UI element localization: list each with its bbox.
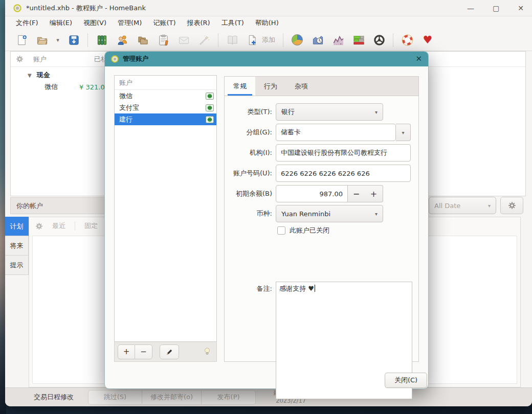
dialog-close-button-label: 关闭(C) bbox=[394, 376, 417, 385]
accounts-status-label: 你的帐户 bbox=[16, 201, 43, 211]
dialog-title: 管理账户 bbox=[123, 55, 148, 63]
tab-general[interactable]: 常规 bbox=[225, 77, 255, 96]
donate-button[interactable]: ♥ bbox=[417, 31, 438, 49]
column-header-account[interactable]: 账户 bbox=[33, 55, 47, 64]
skip-button[interactable]: 跳过(S) bbox=[88, 390, 142, 405]
scheduled-button[interactable] bbox=[153, 31, 173, 49]
payees-button[interactable] bbox=[112, 31, 132, 49]
maximize-button[interactable]: ▢ bbox=[493, 0, 499, 16]
trend-chart-icon bbox=[332, 34, 344, 46]
menu-item-file[interactable]: 文件(F) bbox=[10, 17, 44, 29]
save-button[interactable] bbox=[63, 31, 84, 49]
menu-item-help[interactable]: 帮助(H) bbox=[250, 17, 284, 29]
account-list-item-selected[interactable]: 建行 bbox=[115, 113, 216, 125]
budget-report-button[interactable] bbox=[348, 31, 369, 49]
expander-caret-icon[interactable]: ▼ bbox=[28, 73, 32, 78]
tab-future[interactable]: 将来 bbox=[5, 236, 29, 256]
dialog-form: 类型(T): 银行 ▾ 分组(G): ▾ 机构(I): 账户号码(U): 初期余… bbox=[224, 96, 419, 362]
account-status-icon bbox=[206, 93, 214, 100]
balance-decrement-button[interactable]: − bbox=[347, 185, 365, 202]
tab-scheduled[interactable]: 计划 bbox=[5, 217, 29, 236]
pie-chart-icon bbox=[292, 34, 303, 45]
open-file-button[interactable] bbox=[32, 31, 52, 49]
statistics-report-button[interactable] bbox=[287, 31, 307, 49]
tab-tips[interactable]: 提示 bbox=[5, 256, 29, 275]
menu-item-tools[interactable]: 工具(T) bbox=[216, 17, 250, 29]
add-transaction-label: 添加 bbox=[262, 35, 275, 44]
account-item-label: 建行 bbox=[119, 115, 132, 124]
chevron-down-icon: ▾ bbox=[56, 37, 59, 43]
scheduled-filter-fixed[interactable]: 固定 bbox=[80, 221, 102, 231]
accounts-button[interactable] bbox=[92, 31, 112, 49]
edit-post-button[interactable]: 修改并邮寄(o) bbox=[142, 390, 202, 405]
account-list-toolbar: + − bbox=[114, 342, 217, 362]
group-dropdown-button[interactable]: ▾ bbox=[396, 124, 411, 141]
chevron-down-icon: ▾ bbox=[488, 203, 491, 209]
hint-area bbox=[203, 347, 211, 357]
manage-accounts-dialog: 管理账户 ✕ 账户 微信 支付宝 建行 + − 常规 行为 杂项 bbox=[104, 51, 429, 389]
help-button[interactable] bbox=[397, 31, 417, 49]
post-button[interactable]: 发布(P) bbox=[202, 390, 256, 405]
notes-text: 感谢支持 ♥ bbox=[279, 285, 314, 292]
ledger-button[interactable] bbox=[222, 31, 242, 49]
remove-account-button[interactable]: − bbox=[135, 344, 152, 359]
account-list-header[interactable]: 账户 bbox=[115, 76, 216, 90]
gear-icon[interactable] bbox=[16, 55, 24, 63]
tab-behavior[interactable]: 行为 bbox=[255, 77, 286, 96]
add-transaction-button[interactable]: 添加 bbox=[242, 31, 279, 49]
gear-icon[interactable] bbox=[35, 222, 43, 230]
categories-button[interactable] bbox=[132, 31, 153, 49]
account-row[interactable]: 微信 ¥ 321.00 bbox=[11, 81, 113, 93]
balance-increment-button[interactable]: + bbox=[365, 185, 383, 202]
add-account-button[interactable]: + bbox=[118, 344, 135, 359]
payees-icon bbox=[117, 34, 128, 46]
menu-item-reports[interactable]: 报表(R) bbox=[182, 17, 216, 29]
account-closed-checkbox[interactable] bbox=[277, 226, 285, 235]
save-icon bbox=[68, 34, 80, 46]
menu-item-view[interactable]: 视图(V) bbox=[78, 17, 112, 29]
vehicle-report-button[interactable] bbox=[369, 31, 389, 49]
scheduled-tab-strip: 计划 将来 提示 bbox=[5, 217, 29, 275]
add-document-icon bbox=[247, 34, 258, 46]
template-button[interactable] bbox=[173, 31, 194, 49]
account-group-row[interactable]: ▼ 现金 bbox=[11, 69, 50, 81]
group-input[interactable] bbox=[276, 124, 396, 141]
steering-wheel-icon bbox=[373, 34, 385, 46]
life-ring-icon bbox=[402, 34, 413, 46]
scheduled-filter-recent[interactable]: 最近 bbox=[48, 221, 70, 231]
account-list-item[interactable]: 支付宝 bbox=[115, 102, 216, 113]
new-file-button[interactable] bbox=[11, 31, 32, 49]
close-button[interactable]: ✕ bbox=[518, 0, 524, 16]
open-recent-dropdown[interactable]: ▾ bbox=[52, 31, 63, 49]
time-chart-icon bbox=[312, 34, 324, 46]
institution-input[interactable] bbox=[276, 144, 411, 162]
budget-bars-icon bbox=[353, 34, 365, 46]
tab-misc[interactable]: 杂项 bbox=[286, 77, 317, 96]
dialog-close-button[interactable]: 关闭(C) bbox=[385, 373, 427, 388]
assign-button[interactable] bbox=[194, 31, 214, 49]
type-label: 类型(T): bbox=[225, 103, 272, 121]
account-status-icon bbox=[206, 104, 214, 111]
menu-item-transactions[interactable]: 记账(T) bbox=[147, 17, 181, 29]
dialog-close-icon[interactable]: ✕ bbox=[415, 52, 422, 66]
currency-dropdown[interactable]: Yuan Renminbi ▾ bbox=[276, 205, 383, 222]
account-amount: ¥ 321.00 bbox=[71, 83, 109, 91]
trend-report-button[interactable] bbox=[328, 31, 348, 49]
filter-settings-button[interactable] bbox=[500, 197, 523, 214]
menu-item-manage[interactable]: 管理(M) bbox=[112, 17, 147, 29]
rename-account-button[interactable] bbox=[160, 344, 179, 359]
account-list-item[interactable]: 微信 bbox=[115, 90, 216, 102]
new-file-icon bbox=[16, 34, 28, 46]
date-filter-dropdown[interactable]: All Date ▾ bbox=[429, 197, 496, 214]
type-dropdown[interactable]: 银行 ▾ bbox=[276, 103, 383, 121]
toolbar-separator bbox=[218, 33, 218, 47]
chevron-down-icon: ▾ bbox=[402, 130, 404, 135]
toolbar: ▾ 添加 ♥ bbox=[5, 29, 532, 51]
account-number-input[interactable] bbox=[276, 165, 411, 182]
text-cursor bbox=[315, 285, 315, 292]
initial-balance-input[interactable] bbox=[276, 185, 348, 202]
menu-item-edit[interactable]: 编辑(E) bbox=[44, 17, 78, 29]
time-report-button[interactable] bbox=[307, 31, 328, 49]
minimize-button[interactable]: — bbox=[467, 0, 474, 16]
account-name: 微信 bbox=[45, 82, 58, 91]
